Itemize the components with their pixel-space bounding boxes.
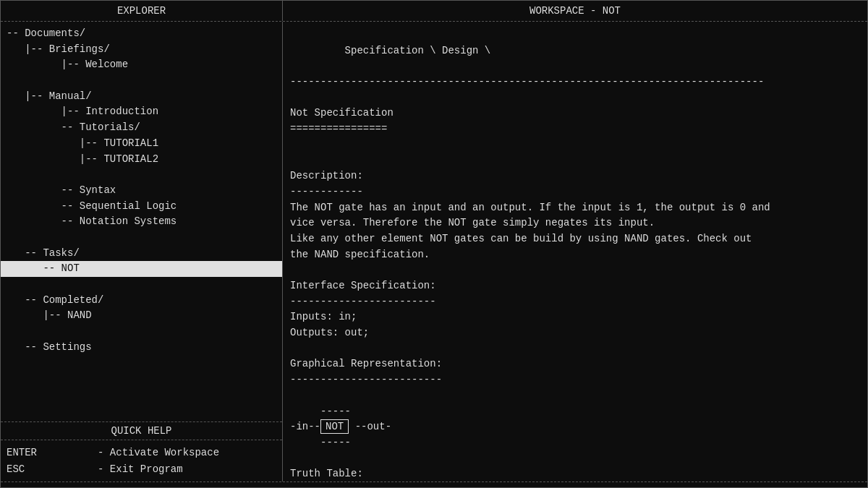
tree-item-introduction[interactable]: |-- Introduction [7, 104, 282, 120]
workspace-title: WORKSPACE - NOT [529, 5, 621, 17]
tree-spacer-1 [7, 73, 282, 89]
header-row: EXPLORER WORKSPACE - NOT [1, 1, 867, 22]
tree-spacer-5 [7, 324, 282, 340]
main-content: -- Documents/ |-- Briefings/ |-- Welcome… [1, 22, 867, 481]
help-esc: ESC - Exit Program [7, 461, 276, 477]
tree-item-tasks[interactable]: -- Tasks/ [7, 246, 282, 262]
breadcrumb-divider: ----------------------------------------… [290, 76, 764, 87]
workspace-header: WORKSPACE - NOT [283, 1, 867, 21]
tree-item-nand[interactable]: |-- NAND [7, 308, 282, 324]
explorer-tree: -- Documents/ |-- Briefings/ |-- Welcome… [1, 22, 282, 421]
not-gate-box: NOT [320, 419, 349, 434]
tree-item-syntax[interactable]: -- Syntax [7, 183, 282, 199]
app-container: EXPLORER WORKSPACE - NOT -- Documents/ |… [0, 0, 868, 488]
breadcrumb: Specification \ Design \ [339, 45, 490, 56]
tree-item-settings[interactable]: -- Settings [7, 340, 282, 356]
tree-spacer-4 [7, 277, 282, 293]
explorer-title: EXPLORER [117, 5, 166, 17]
not-title: Not Specification ================ [290, 107, 393, 134]
tree-item-not[interactable]: -- NOT [1, 261, 282, 277]
quickhelp-section: QUICK HELP ENTER - Activate Workspace ES… [1, 421, 282, 481]
tree-item-tutorials[interactable]: -- Tutorials/ [7, 120, 282, 136]
description-section: Description: ------------ The NOT gate h… [290, 170, 770, 432]
tree-item-welcome[interactable]: |-- Welcome [7, 57, 282, 73]
bottom-border [1, 481, 867, 487]
left-panel: -- Documents/ |-- Briefings/ |-- Welcome… [1, 22, 283, 481]
tree-item-briefings[interactable]: |-- Briefings/ [7, 42, 282, 58]
quickhelp-content: ENTER - Activate Workspace ESC - Exit Pr… [1, 440, 282, 481]
tree-item-sequential[interactable]: -- Sequential Logic [7, 199, 282, 215]
tree-item-documents[interactable]: -- Documents/ [7, 26, 282, 42]
workspace-content: Specification \ Design \ ---------------… [290, 27, 860, 481]
quickhelp-title: QUICK HELP [1, 422, 282, 440]
tree-item-completed[interactable]: -- Completed/ [7, 293, 282, 309]
right-panel: Specification \ Design \ ---------------… [283, 22, 867, 481]
tree-item-tutorial2[interactable]: |-- TUTORIAL2 [7, 152, 282, 168]
tree-item-manual[interactable]: |-- Manual/ [7, 89, 282, 105]
tree-spacer-3 [7, 230, 282, 246]
tree-spacer-2 [7, 167, 282, 183]
explorer-header: EXPLORER [1, 1, 283, 21]
tree-item-notation[interactable]: -- Notation Systems [7, 214, 282, 230]
tree-item-tutorial1[interactable]: |-- TUTORIAL1 [7, 136, 282, 152]
help-enter: ENTER - Activate Workspace [7, 445, 276, 461]
